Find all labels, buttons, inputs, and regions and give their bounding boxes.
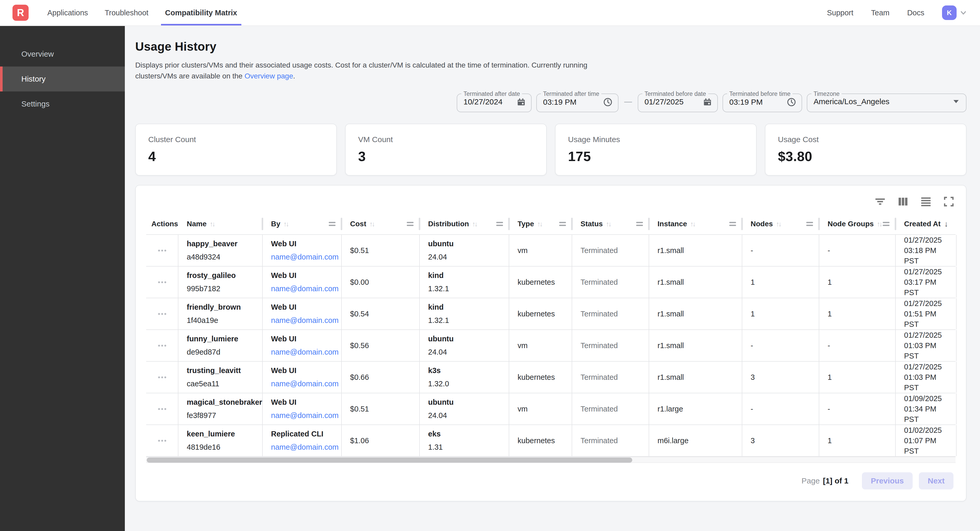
sort-arrows-icon[interactable]: ↑↓: [690, 220, 695, 228]
previous-page-button[interactable]: Previous: [862, 472, 913, 490]
column-menu-icon[interactable]: [496, 222, 503, 226]
column-header-name[interactable]: Name↑↓: [178, 214, 262, 234]
sidebar-item-settings[interactable]: Settings: [0, 92, 125, 116]
row-actions-button[interactable]: [156, 247, 168, 255]
column-header-cost[interactable]: Cost↑↓: [342, 214, 420, 234]
column-menu-icon[interactable]: [636, 222, 643, 226]
column-header-nodes[interactable]: Nodes↑↓: [742, 214, 819, 234]
sort-arrows-icon[interactable]: ↑↓: [776, 220, 781, 228]
row-actions-button[interactable]: [156, 405, 168, 413]
cell-text: Terminated: [581, 372, 644, 382]
column-header-node_groups[interactable]: Node Groups↑↓: [819, 214, 896, 234]
columns-icon[interactable]: [897, 196, 909, 207]
cell-distribution: ubuntu24.04: [420, 235, 509, 266]
sort-desc-icon[interactable]: ↓: [944, 220, 948, 228]
user-email-link[interactable]: name@domain.com: [271, 380, 337, 388]
column-menu-icon[interactable]: [407, 222, 414, 226]
sort-arrows-icon[interactable]: ↑↓: [283, 220, 288, 228]
cell-nodes: -: [742, 393, 819, 425]
nav-tab-applications[interactable]: Applications: [43, 0, 92, 25]
user-email-link[interactable]: name@domain.com: [271, 348, 337, 357]
sort-arrows-icon[interactable]: ↑↓: [210, 220, 214, 228]
sort-arrows-icon[interactable]: ↑↓: [877, 220, 881, 228]
clock-icon[interactable]: [603, 97, 613, 107]
nav-link-support[interactable]: Support: [827, 9, 853, 17]
user-email-link[interactable]: name@domain.com: [271, 316, 337, 325]
cell-cost: $0.00: [342, 266, 420, 298]
terminated-after-date-value[interactable]: 10/27/2024: [463, 97, 503, 106]
terminated-after-time-value[interactable]: 03:19 PM: [543, 98, 576, 106]
next-page-button[interactable]: Next: [919, 472, 953, 490]
user-email-link[interactable]: name@domain.com: [271, 284, 337, 293]
account-menu-button[interactable]: K: [942, 5, 967, 20]
sort-arrows-icon[interactable]: ↑↓: [369, 220, 374, 228]
sidebar-item-overview[interactable]: Overview: [0, 41, 125, 67]
row-actions-button[interactable]: [156, 373, 168, 381]
cell-text: $0.66: [350, 372, 415, 382]
cell-status: Terminated: [572, 266, 649, 298]
column-header-distribution[interactable]: Distribution↑↓: [420, 214, 509, 234]
nav-tab-compatibility-matrix[interactable]: Compatibility Matrix: [161, 0, 241, 25]
terminated-before-date-field[interactable]: Terminated before date 01/27/2025: [638, 91, 718, 112]
terminated-before-time-value[interactable]: 03:19 PM: [729, 98, 762, 106]
column-header-created[interactable]: Created At↓: [896, 214, 956, 234]
clock-icon[interactable]: [786, 97, 796, 107]
nav-link-docs[interactable]: Docs: [907, 9, 924, 17]
sort-arrows-icon[interactable]: ↑↓: [537, 220, 542, 228]
nav-tab-troubleshoot[interactable]: Troubleshoot: [100, 0, 153, 25]
terminated-after-time-field[interactable]: Terminated after time 03:19 PM: [536, 91, 619, 112]
row-actions-button[interactable]: [156, 278, 168, 286]
row-actions-button[interactable]: [156, 310, 168, 318]
terminated-before-date-label: Terminated before date: [643, 91, 708, 97]
cell-type: kubernetes: [509, 361, 572, 393]
cell-created: 01/09/202501:34 PM PST: [896, 393, 956, 425]
cell-type: kubernetes: [509, 266, 572, 298]
cell-instance: r1.small: [649, 266, 742, 298]
column-menu-icon[interactable]: [883, 222, 889, 226]
cell-line1: 01/27/2025: [904, 266, 952, 277]
terminated-after-date-field[interactable]: Terminated after date 10/27/2024: [457, 91, 531, 112]
cell-cost: $0.66: [342, 361, 420, 393]
cell-line1: 01/27/2025: [904, 330, 952, 340]
fullscreen-icon[interactable]: [943, 196, 955, 207]
usage-history-table: ActionsName↑↓By↑↓Cost↑↓Distribution↑↓Typ…: [146, 214, 956, 457]
timezone-value[interactable]: America/Los_Angeles: [813, 97, 889, 106]
user-email-link[interactable]: name@domain.com: [271, 253, 337, 262]
horizontal-scrollbar-thumb[interactable]: [147, 458, 632, 463]
cell-node_groups: 1: [819, 425, 896, 456]
dropdown-arrow-icon[interactable]: [953, 100, 959, 103]
horizontal-scrollbar-track[interactable]: [146, 457, 956, 463]
column-header-by[interactable]: By↑↓: [262, 214, 342, 234]
sort-arrows-icon[interactable]: ↑↓: [606, 220, 611, 228]
cell-line2: 4819de16: [187, 443, 258, 452]
column-menu-icon[interactable]: [806, 222, 813, 226]
cell-line1: Web UI: [271, 398, 337, 407]
user-email-link[interactable]: name@domain.com: [271, 443, 337, 452]
sort-arrows-icon[interactable]: ↑↓: [472, 220, 477, 228]
overview-page-link[interactable]: Overview page: [245, 72, 293, 80]
row-actions-button[interactable]: [156, 342, 168, 350]
column-header-label: Name: [187, 220, 207, 228]
nav-link-team[interactable]: Team: [871, 9, 889, 17]
timezone-select[interactable]: Timezone America/Los_Angeles: [807, 91, 966, 112]
replicated-logo[interactable]: R: [13, 5, 29, 21]
cell-instance: r1.small: [649, 298, 742, 330]
column-header-type[interactable]: Type↑↓: [509, 214, 572, 234]
terminated-before-time-field[interactable]: Terminated before time 03:19 PM: [722, 91, 802, 112]
row-actions-button[interactable]: [156, 437, 168, 445]
sidebar-item-history[interactable]: History: [0, 67, 125, 92]
cell-line1: Web UI: [271, 303, 337, 311]
cell-line2: 1.31: [428, 443, 504, 452]
filter-icon[interactable]: [874, 196, 886, 207]
density-icon[interactable]: [920, 196, 932, 207]
calendar-icon[interactable]: [703, 97, 712, 106]
column-menu-icon[interactable]: [329, 222, 336, 226]
column-menu-icon[interactable]: [559, 222, 566, 226]
column-header-status[interactable]: Status↑↓: [572, 214, 649, 234]
calendar-icon[interactable]: [517, 97, 526, 106]
column-menu-icon[interactable]: [729, 222, 736, 226]
table-header-row: ActionsName↑↓By↑↓Cost↑↓Distribution↑↓Typ…: [146, 214, 956, 234]
column-header-instance[interactable]: Instance↑↓: [649, 214, 742, 234]
terminated-before-date-value[interactable]: 01/27/2025: [644, 97, 684, 106]
user-email-link[interactable]: name@domain.com: [271, 411, 337, 420]
